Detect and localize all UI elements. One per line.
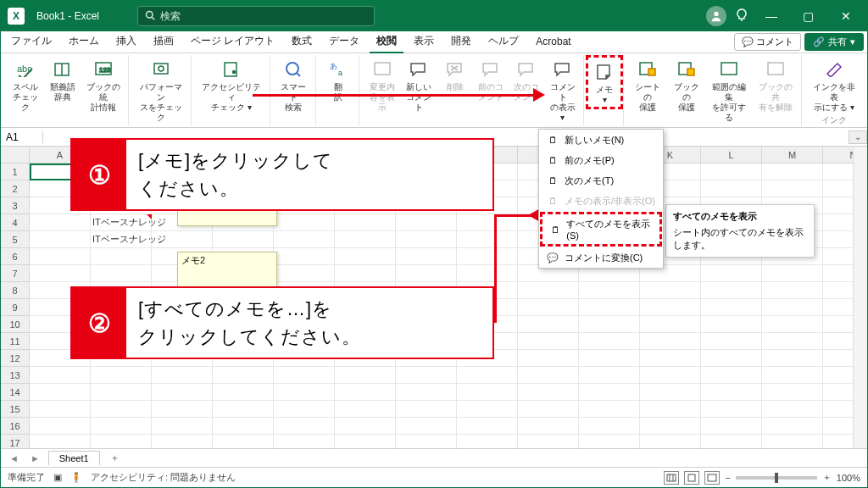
cell[interactable] <box>152 435 213 448</box>
cell[interactable] <box>335 384 396 401</box>
cell[interactable]: ITベースナレッジ <box>91 231 152 248</box>
cell[interactable] <box>274 367 335 384</box>
account-icon[interactable] <box>706 6 726 26</box>
column-header[interactable]: L <box>701 147 762 164</box>
zoom-slider[interactable] <box>736 476 817 480</box>
cell[interactable] <box>701 401 762 418</box>
tab-file[interactable]: ファイル <box>4 30 58 53</box>
cell[interactable] <box>274 231 335 248</box>
zoom-in-button[interactable]: ＋ <box>822 471 832 484</box>
cell[interactable] <box>640 384 701 401</box>
cell[interactable] <box>579 367 640 384</box>
cell[interactable] <box>762 384 823 401</box>
cell[interactable] <box>457 435 518 448</box>
cell[interactable] <box>213 384 274 401</box>
cell[interactable] <box>762 401 823 418</box>
protect-sheet-button[interactable]: シートの 保護 <box>629 55 666 125</box>
accessibility-status-icon[interactable]: 🧍 <box>70 472 82 483</box>
name-box[interactable]: A1 <box>1 131 43 143</box>
cell[interactable] <box>701 265 762 282</box>
protect-workbook-button[interactable]: ブックの 保護 <box>668 55 705 125</box>
cell[interactable] <box>762 316 823 333</box>
row-header[interactable]: 7 <box>1 265 30 282</box>
tab-formulas[interactable]: 数式 <box>285 30 319 53</box>
cell[interactable] <box>457 231 518 248</box>
cell[interactable] <box>762 333 823 350</box>
cell[interactable] <box>640 316 701 333</box>
vertical-scrollbar[interactable] <box>853 147 867 448</box>
tab-insert[interactable]: 挿入 <box>109 30 143 53</box>
row-header[interactable]: 12 <box>1 350 30 367</box>
cell[interactable] <box>518 401 579 418</box>
cell[interactable] <box>762 282 823 299</box>
cell[interactable] <box>518 299 579 316</box>
cell[interactable] <box>579 384 640 401</box>
cell[interactable] <box>762 180 823 197</box>
row-header[interactable]: 16 <box>1 418 30 435</box>
cell[interactable] <box>518 384 579 401</box>
tab-review[interactable]: 校閲 <box>370 30 403 53</box>
cell[interactable] <box>701 164 762 180</box>
cell[interactable] <box>30 265 91 282</box>
cell[interactable] <box>91 435 152 448</box>
zoom-percent[interactable]: 100% <box>837 473 860 483</box>
cell[interactable] <box>518 316 579 333</box>
cell[interactable] <box>457 401 518 418</box>
cell[interactable] <box>640 367 701 384</box>
cell[interactable] <box>762 350 823 367</box>
tab-developer[interactable]: 開発 <box>444 30 478 53</box>
cell[interactable] <box>701 299 762 316</box>
cell[interactable] <box>91 265 152 282</box>
allow-edit-ranges-button[interactable]: 範囲の編集 を許可する <box>706 55 751 125</box>
column-header[interactable]: M <box>762 147 823 164</box>
add-sheet-button[interactable]: ＋ <box>105 452 125 464</box>
cell[interactable] <box>762 435 823 448</box>
cell[interactable] <box>640 333 701 350</box>
cell[interactable] <box>213 367 274 384</box>
minimize-button[interactable]: — <box>757 1 786 31</box>
cell[interactable] <box>396 384 457 401</box>
sheet-nav-prev[interactable]: ◄ <box>6 453 22 463</box>
cell[interactable] <box>152 401 213 418</box>
cell[interactable] <box>30 401 91 418</box>
cell[interactable] <box>701 435 762 448</box>
smart-lookup-button[interactable]: スマート 検索 <box>275 55 313 114</box>
cell[interactable] <box>579 333 640 350</box>
cell[interactable] <box>518 367 579 384</box>
cell[interactable] <box>213 418 274 435</box>
cell[interactable] <box>518 282 579 299</box>
cell[interactable] <box>701 418 762 435</box>
cell[interactable] <box>762 164 823 180</box>
row-header[interactable]: 6 <box>1 248 30 265</box>
select-all-corner[interactable] <box>1 147 30 164</box>
cell[interactable] <box>274 214 335 231</box>
cell[interactable] <box>30 248 91 265</box>
cell[interactable] <box>396 367 457 384</box>
row-header[interactable]: 3 <box>1 197 30 214</box>
cell[interactable] <box>579 418 640 435</box>
cell[interactable] <box>274 401 335 418</box>
row-header[interactable]: 1 <box>1 164 30 180</box>
cell[interactable] <box>640 282 701 299</box>
cell[interactable] <box>91 367 152 384</box>
cell[interactable] <box>640 299 701 316</box>
page-break-view-button[interactable] <box>704 471 720 485</box>
row-header[interactable]: 2 <box>1 180 30 197</box>
cell[interactable] <box>701 350 762 367</box>
row-header[interactable]: 4 <box>1 214 30 231</box>
cell[interactable] <box>213 231 274 248</box>
cell[interactable] <box>457 367 518 384</box>
cell[interactable] <box>396 214 457 231</box>
normal-view-button[interactable] <box>664 471 679 485</box>
cell[interactable] <box>30 214 91 231</box>
share-button[interactable]: 🔗 共有 ▾ <box>804 33 864 51</box>
row-header[interactable]: 5 <box>1 231 30 248</box>
zoom-out-button[interactable]: − <box>725 473 730 483</box>
cell[interactable] <box>335 401 396 418</box>
cell[interactable] <box>30 418 91 435</box>
menu-convert-to-comment[interactable]: 💬コメントに変換(C) <box>539 247 663 268</box>
workbook-stats-button[interactable]: 123ブックの統 計情報 <box>81 55 125 114</box>
cell[interactable] <box>518 333 579 350</box>
row-header[interactable]: 11 <box>1 333 30 350</box>
cell[interactable] <box>701 180 762 197</box>
